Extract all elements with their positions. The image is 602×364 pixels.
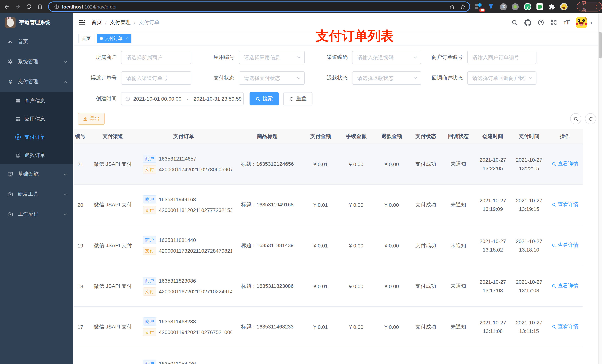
table-row: 17 微信 JSAPI 支付 商户1635311468233 支付4200001… — [73, 306, 583, 347]
sidebar-item-workflow[interactable]: 工作流程 — [0, 204, 73, 224]
store-icon — [15, 98, 21, 104]
date-end[interactable]: 2021-10-31 23:59:59 — [194, 96, 242, 102]
browser-menu-icon[interactable]: ⋮ — [594, 4, 599, 10]
channel-code-select[interactable] — [352, 51, 421, 64]
pay-status-select[interactable] — [239, 71, 305, 85]
table-row: 18 微信 JSAPI 支付 商户1635311823086 支付4200001… — [73, 266, 583, 306]
sidebar-item-dev-tools[interactable]: 研发工具 — [0, 184, 73, 204]
grid-icon — [15, 116, 21, 122]
back-icon[interactable] — [2, 2, 11, 11]
refresh-button[interactable] — [585, 113, 596, 124]
help-icon[interactable] — [538, 19, 544, 26]
merchant-tag: 商户 — [143, 317, 156, 325]
chevron-up-icon — [63, 80, 67, 84]
view-detail-link[interactable]: 查看详情 — [551, 161, 579, 167]
home-icon[interactable] — [35, 2, 44, 11]
search-button[interactable]: 搜索 — [249, 92, 279, 105]
col-action: 操作 — [547, 129, 583, 144]
notify-status-select[interactable] — [467, 71, 537, 85]
breadcrumb-current: 支付订单 — [139, 19, 160, 26]
clock-icon — [125, 96, 130, 101]
table-toolbar: 导出 — [73, 113, 602, 125]
app-title: 芋道管理系统 — [19, 19, 50, 26]
page-scrollbar[interactable] — [598, 13, 602, 364]
filter-pay-status: 支付状态 — [214, 71, 305, 85]
extension-y-icon[interactable]: y — [524, 3, 531, 10]
sidebar-item-merchant-info[interactable]: 商户信息 — [0, 92, 73, 110]
profile-avatar-icon[interactable] — [560, 3, 568, 10]
channel-order-no-input[interactable] — [121, 71, 191, 85]
filter-create-time: 创建时间 2021-10-01 00:00:00 - 2021-10-31 23… — [85, 92, 244, 105]
pay-tag: 支付 — [143, 287, 156, 296]
extension-balloon-icon[interactable] — [487, 3, 495, 10]
sidebar: 芋道管理系统 首页 系统管理 ¥ 支付管理 — [0, 13, 73, 364]
refund-status-select[interactable] — [352, 71, 421, 85]
fullscreen-icon[interactable] — [551, 19, 557, 26]
sidebar-item-pay-order[interactable]: ¥ 支付订单 — [0, 128, 73, 146]
close-icon[interactable]: × — [126, 36, 128, 41]
pay-tag: 支付 — [143, 165, 156, 174]
view-detail-link[interactable]: 查看详情 — [551, 242, 579, 249]
extension-command-icon[interactable]: ⌘ — [499, 3, 507, 10]
github-icon[interactable] — [525, 19, 531, 26]
user-avatar[interactable] — [576, 17, 587, 28]
sidebar-item-infrastructure[interactable]: 基础设施 — [0, 164, 73, 184]
annotation-title: 支付订单列表 — [316, 27, 394, 45]
merchant-tag: 商户 — [143, 155, 156, 163]
extension-chat-icon[interactable] — [536, 3, 544, 10]
date-start[interactable]: 2021-10-01 00:00:00 — [133, 96, 182, 102]
table-row: 20 微信 JSAPI 支付 商户1635311949168 支付4200001… — [73, 184, 583, 225]
breadcrumb-payment[interactable]: 支付管理 — [110, 19, 131, 26]
yen-icon: ¥ — [7, 79, 13, 85]
sidebar-item-refund-order[interactable]: 退款订单 — [0, 146, 73, 164]
forward-icon[interactable] — [13, 2, 22, 11]
breadcrumb-home[interactable]: 首页 — [91, 19, 102, 26]
browser-update-button[interactable]: 更新 ⋮ — [577, 2, 602, 11]
chevron-down-icon — [63, 192, 67, 196]
sidebar-item-payment[interactable]: ¥ 支付管理 — [0, 72, 73, 92]
browser-toolbar: localhost:1024/pay/order 10 ⌘ y — [0, 0, 602, 13]
sidebar-toggle-icon[interactable] — [78, 20, 86, 26]
search-icon[interactable] — [511, 19, 518, 26]
screen: localhost:1024/pay/order 10 ⌘ y — [0, 0, 602, 364]
merchant-tag: 商户 — [143, 360, 156, 364]
view-detail-link[interactable]: 查看详情 — [551, 201, 579, 208]
share-icon[interactable] — [449, 4, 454, 10]
extension-sigma-icon[interactable]: 10 — [475, 3, 483, 10]
app-select[interactable] — [239, 51, 305, 64]
extension-record-icon[interactable] — [512, 3, 519, 10]
col-created: 创建时间 — [475, 129, 511, 144]
filter-channel-code: 渠道编码 — [327, 51, 421, 64]
url-bar[interactable]: localhost:1024/pay/order — [48, 1, 470, 12]
filter-app: 应用编号 — [214, 51, 305, 64]
site-info-icon[interactable] — [54, 4, 59, 9]
extensions-puzzle-icon[interactable] — [548, 3, 556, 10]
reload-icon[interactable] — [24, 2, 33, 11]
tag-home[interactable]: 首页 — [78, 34, 94, 43]
merchant-input[interactable] — [121, 51, 191, 64]
table-row: 19 微信 JSAPI 支付 商户1635311881440 支付4200001… — [73, 225, 583, 266]
merchant-tag: 商户 — [143, 236, 156, 244]
font-size-icon[interactable]: TT — [564, 19, 570, 26]
app-logo-image — [5, 17, 16, 28]
view-detail-link[interactable]: 查看详情 — [551, 283, 579, 290]
tag-pay-order[interactable]: 支付订单 × — [97, 34, 131, 43]
table-row: 21 微信 JSAPI 支付 商户1635312124657 支付4200001… — [73, 144, 583, 184]
col-status: 支付状态 — [409, 129, 442, 144]
url-text[interactable]: localhost:1024/pay/order — [62, 4, 117, 10]
sidebar-item-home[interactable]: 首页 — [0, 32, 73, 52]
show-search-button[interactable] — [570, 113, 581, 124]
date-range-input[interactable]: 2021-10-01 00:00:00 - 2021-10-31 23:59:5… — [121, 92, 244, 105]
export-button[interactable]: 导出 — [78, 113, 105, 125]
merchant-tag: 商户 — [143, 195, 156, 203]
view-detail-link[interactable]: 查看详情 — [551, 323, 579, 330]
col-order: 支付订单 — [136, 129, 232, 144]
sidebar-item-app-info[interactable]: 应用信息 — [0, 110, 73, 128]
reset-button[interactable]: 重置 — [283, 92, 312, 105]
merchant-order-no-input[interactable] — [467, 51, 537, 64]
app-logo[interactable]: 芋道管理系统 — [0, 13, 73, 32]
scrollbar-thumb[interactable] — [599, 32, 602, 58]
bookmark-star-icon[interactable] — [460, 4, 466, 10]
avatar-caret-icon[interactable]: ▾ — [591, 21, 592, 25]
sidebar-item-system[interactable]: 系统管理 — [0, 52, 73, 72]
